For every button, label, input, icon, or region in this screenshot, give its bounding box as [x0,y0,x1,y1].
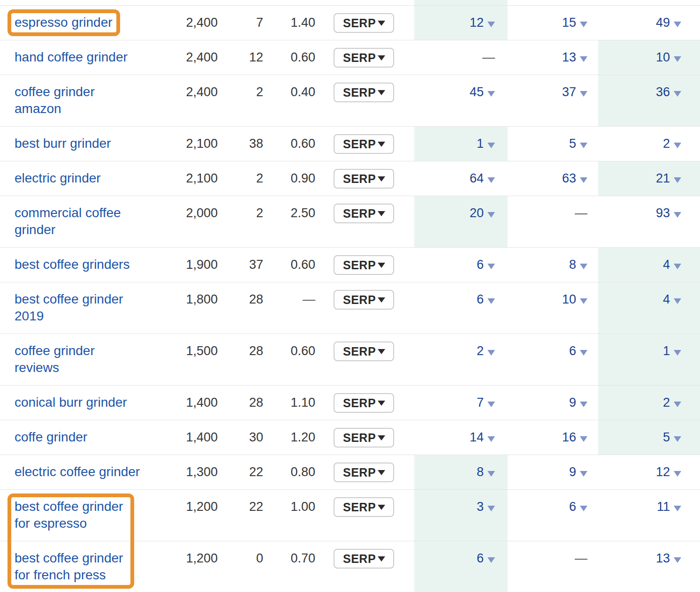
position-column-3-value[interactable]: 4 [598,291,700,308]
position-column-2-value[interactable]: 9 [508,463,598,480]
position-column-3-value[interactable]: 5 [598,429,700,446]
volume-value: 1,200 [160,498,218,515]
serp-button-label: SERP [343,207,376,220]
keyword-link[interactable]: coffee grinder amazon [15,83,140,117]
keyword-link[interactable]: coffe grinder [15,429,140,446]
position-column-1-value[interactable]: 12 [414,14,508,31]
table-row: coffee grinder reviews 1,500 28 0.60 SER… [0,334,700,385]
table-row: espresso grinder 2,400 7 1.40 SERP 12 15… [0,5,700,40]
keyword-link[interactable]: espresso grinder [15,14,140,31]
position-column-2-value[interactable]: 10 [508,291,598,308]
position-column-2-value[interactable]: 8 [508,256,598,273]
serp-button-label: SERP [343,51,376,65]
position-column-2-value[interactable]: 13 [508,49,598,66]
cpc-value: 0.80 [268,463,315,480]
table-row: electric coffee grinder 1,300 22 0.80 SE… [0,455,700,489]
serp-dropdown-button[interactable]: SERP [334,549,394,569]
position-column-3-value[interactable]: 21 [598,170,700,187]
volume-value: 2,100 [160,135,218,152]
position-column-2-value[interactable]: 63 [508,170,598,187]
keyword-link[interactable]: best coffee grinder 2019 [15,291,140,325]
position-column-1-value[interactable]: 64 [414,170,508,187]
serp-dropdown-button[interactable]: SERP [334,83,394,102]
position-column-3-value[interactable]: 1 [598,342,700,359]
cpc-value: 0.40 [268,83,315,100]
position-column-2-value[interactable]: 15 [508,14,598,31]
serp-dropdown-button[interactable]: SERP [334,255,394,275]
keyword-link[interactable]: commercial coffee grinder [15,205,140,238]
caret-down-icon [487,557,495,563]
caret-down-icon [378,435,385,440]
position-column-2-value[interactable]: 5 [508,135,598,152]
position-column-3-value[interactable]: 10 [598,49,700,66]
keyword-link[interactable]: best coffee grinder for espresso [15,498,140,532]
cpc-value: 1.20 [268,429,315,446]
position-column-3-value[interactable]: 2 [598,135,700,152]
position-column-3-value[interactable]: 36 [598,83,700,100]
position-column-3-value[interactable]: 11 [598,498,700,515]
position-column-2-value[interactable]: 37 [508,83,598,100]
position-column-3-value[interactable]: 13 [598,550,700,567]
caret-down-icon [674,557,681,563]
serp-dropdown-button[interactable]: SERP [334,169,394,189]
position-column-1-value[interactable]: 6 [414,550,508,567]
position-column-1-value[interactable]: 6 [414,256,508,273]
caret-down-icon [378,556,385,562]
serp-dropdown-button[interactable]: SERP [334,290,394,310]
keyword-link[interactable]: coffee grinder reviews [15,342,140,376]
position-column-2-value: — [508,205,598,221]
volume-value: 1,900 [160,256,218,273]
position-column-1-value[interactable]: 8 [414,463,508,480]
position-column-1-value[interactable]: 6 [414,291,508,308]
position-column-1-value[interactable]: 2 [414,342,508,359]
keyword-link[interactable]: best burr grinder [15,135,140,152]
position-column-1-value[interactable]: 3 [414,498,508,515]
position-column-1-value[interactable]: 14 [414,429,508,446]
serp-dropdown-button[interactable]: SERP [334,48,394,68]
serp-dropdown-button[interactable]: SERP [334,428,394,448]
caret-down-icon [487,471,495,477]
table-row: conical burr grinder 1,400 28 1.10 SERP … [0,385,700,420]
position-column-1-value[interactable]: 45 [414,83,508,100]
kd-value: 28 [227,394,263,411]
caret-down-icon [580,436,587,442]
serp-dropdown-button[interactable]: SERP [334,204,394,223]
position-column-3-value[interactable]: 93 [598,205,700,221]
serp-dropdown-button[interactable]: SERP [334,393,394,413]
keyword-link[interactable]: best coffee grinders [15,256,140,273]
position-column-1-value[interactable]: 7 [414,394,508,411]
table-row: best burr grinder 2,100 38 0.60 SERP 1 5… [0,126,700,161]
position-column-1-value[interactable]: 1 [414,135,508,152]
caret-down-icon [580,143,587,148]
position-column-3-value[interactable]: 2 [598,394,700,411]
table-row: coffee grinder amazon 2,400 2 0.40 SERP … [0,75,700,126]
position-column-3-value[interactable]: 49 [598,14,700,31]
position-column-3-value[interactable]: 4 [598,256,700,273]
position-column-2-value[interactable]: 16 [508,429,598,446]
serp-button-label: SERP [343,16,376,30]
position-column-2-value[interactable]: 9 [508,394,598,411]
serp-dropdown-button[interactable]: SERP [334,342,394,361]
serp-dropdown-button[interactable]: SERP [334,463,394,482]
keyword-link[interactable]: conical burr grinder [15,394,140,411]
keyword-link[interactable]: hand coffee grinder [15,49,140,66]
keyword-link[interactable]: electric coffee grinder [15,463,140,480]
position-column-3-value[interactable]: 12 [598,463,700,480]
volume-value: 2,100 [160,170,218,187]
serp-dropdown-button[interactable]: SERP [334,497,394,517]
serp-dropdown-button[interactable]: SERP [334,13,394,33]
table-row: best coffee grinders 1,900 37 0.60 SERP … [0,247,700,282]
caret-down-icon [378,470,385,475]
serp-dropdown-button[interactable]: SERP [334,134,394,154]
position-column-1-value[interactable]: 20 [414,205,508,221]
cpc-value: 0.60 [268,256,315,273]
position-column-2-value[interactable]: 6 [508,498,598,515]
position-column-2-value[interactable]: 6 [508,342,598,359]
kd-value: 2 [227,205,263,221]
keyword-link[interactable]: best coffee grinder for french press [15,550,140,584]
serp-button-label: SERP [343,552,376,566]
caret-down-icon [674,471,681,477]
serp-button-label: SERP [343,172,376,186]
keyword-link[interactable]: electric grinder [15,170,140,187]
kd-value: 0 [227,550,263,567]
